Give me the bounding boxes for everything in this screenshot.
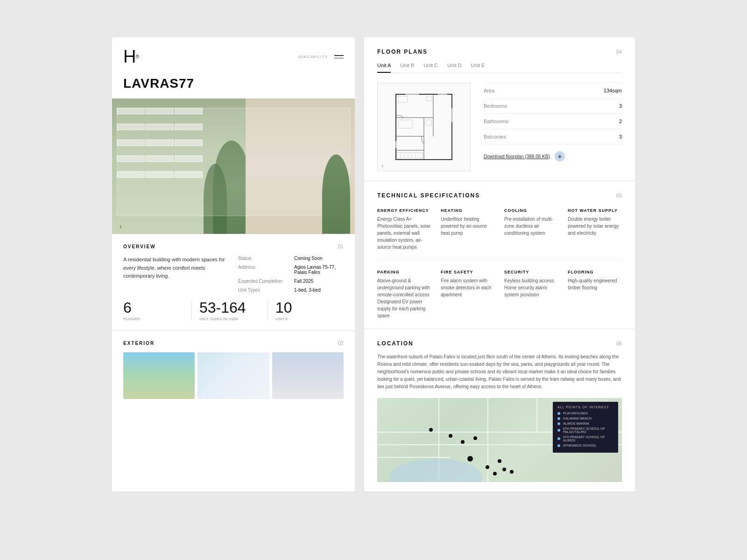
tab-unit-b[interactable]: Unit B	[400, 63, 414, 73]
map-pin-9	[510, 470, 514, 474]
poi-dot-6	[557, 444, 560, 447]
overview-header: OVERVIEW 01	[123, 244, 344, 249]
stat-floors: 6 Floors	[123, 300, 192, 321]
map-container: ALL POINTS OF INTEREST PLAYGROUNDS KALAM…	[377, 398, 622, 482]
exterior-header: EXTERIOR 02	[123, 340, 344, 346]
map-pin-5	[498, 459, 501, 463]
location-title: LOCATION	[377, 340, 414, 347]
poi-dot-5	[557, 437, 560, 440]
exterior-thumb-3	[272, 352, 344, 399]
map-pin-1	[429, 428, 433, 432]
location-number: 06	[616, 341, 622, 346]
tech-flooring: FLOORING High-quality engineered timber …	[568, 270, 622, 319]
overview-description: A residential building with modern space…	[123, 256, 229, 293]
tab-unit-d[interactable]: Unit D	[447, 63, 462, 73]
location-header: LOCATION 06	[377, 340, 622, 347]
building-right	[246, 98, 355, 234]
poi-item-6: ATHENAIOS SCHOOL	[557, 444, 613, 447]
overview-number: 01	[338, 244, 344, 249]
detail-unit-types: Unit Types 1-bed, 3-bed	[238, 287, 344, 293]
left-panel: H® AVAILABILITY LAVRAS77	[112, 37, 355, 491]
svg-rect-12	[398, 120, 412, 128]
map-pin-4	[473, 436, 477, 440]
tech-section: TECHNICAL SPECIFICATIONS 05 ENERGY EFFIC…	[364, 181, 635, 329]
fp-detail-balconies: Balconies 3	[484, 129, 622, 145]
overview-details: Status Coming Soon Address Agios Lavras …	[238, 256, 344, 293]
map-road-v3	[536, 398, 537, 432]
fp-plan-image: 1	[377, 83, 471, 171]
building-facade	[117, 108, 350, 216]
tab-unit-e[interactable]: Unit E	[471, 63, 485, 73]
map-pin-7	[502, 468, 506, 471]
fp-download-button[interactable]	[555, 151, 565, 161]
poi-item-4: 6TH PRIMARY SCHOOL OF PALAO FALIRO	[557, 427, 613, 434]
fp-header: FLOOR PLANS 04	[377, 49, 622, 55]
poi-item-1: PLAYGROUNDS	[557, 412, 613, 415]
exterior-title: EXTERIOR	[123, 341, 155, 346]
svg-rect-11	[426, 96, 432, 101]
stat-units: 10 Units	[268, 300, 344, 321]
tech-fire: FIRE SAFETY Fire alarm system with smoke…	[441, 270, 495, 319]
availability-label: AVAILABILITY	[298, 55, 328, 59]
location-description: The waterfront suburb of Palaio Faliro i…	[377, 353, 622, 391]
page-wrapper: H® AVAILABILITY LAVRAS77	[112, 37, 635, 491]
detail-completion: Expected Completion Fall 2025	[238, 279, 344, 284]
logo: H®	[123, 47, 139, 67]
svg-rect-13	[426, 120, 431, 126]
exterior-thumb-2	[197, 352, 269, 399]
map-pin-main	[467, 456, 473, 462]
exterior-images	[123, 352, 344, 399]
floor-plan-svg	[387, 90, 461, 164]
tab-unit-a[interactable]: Unit A	[377, 63, 391, 73]
overview-title: OVERVIEW	[123, 244, 156, 249]
project-title: LAVRAS77	[112, 71, 355, 98]
fp-title: FLOOR PLANS	[377, 49, 428, 55]
left-header: H® AVAILABILITY	[112, 37, 355, 71]
tech-energy: ENERGY EFFICIENCY Energy Class A+Photovo…	[377, 208, 431, 251]
poi-item-2: KALAMAKI BEACH	[557, 417, 613, 420]
overview-content: A residential building with modern space…	[123, 256, 344, 293]
fp-download-link[interactable]: Download floorplan (388.06 KB)	[484, 154, 550, 159]
hamburger-menu[interactable]	[334, 55, 344, 58]
map-pin-2	[449, 434, 452, 438]
poi-dot-3	[557, 422, 560, 425]
tech-hot-water: HOT WATER SUPPLY Double energy boiler po…	[568, 208, 622, 251]
fp-details: Area 134sqm Bedrooms 3 Bathrooms 2 Balco…	[484, 83, 622, 171]
tech-grid-row2: PARKING Above-ground & underground parki…	[377, 260, 622, 319]
tech-parking: PARKING Above-ground & underground parki…	[377, 270, 431, 319]
tech-title: TECHNICAL SPECIFICATIONS	[377, 192, 480, 199]
detail-address: Address Agios Lavras 75-77, Palaio Falir…	[238, 265, 344, 275]
fp-number: 04	[616, 49, 622, 55]
fp-detail-area: Area 134sqm	[484, 83, 622, 98]
tech-security: SECURITY Keyless building accessHome sec…	[504, 270, 558, 319]
floor-plans-section: FLOOR PLANS 04 Unit A Unit B Unit C Unit…	[364, 37, 635, 181]
tab-unit-c[interactable]: Unit C	[423, 63, 438, 73]
poi-dot-2	[557, 417, 560, 420]
tech-number: 05	[616, 193, 622, 198]
poi-panel: ALL POINTS OF INTEREST PLAYGROUNDS KALAM…	[553, 402, 618, 453]
location-section: LOCATION 06 The waterfront suburb of Pal…	[364, 329, 635, 491]
building-sim	[112, 98, 355, 234]
stats-row: 6 Floors 53-164 Unit Sizes in SQM 10 Uni…	[123, 293, 344, 321]
detail-status: Status Coming Soon	[238, 256, 344, 261]
map-pin-6	[486, 465, 489, 469]
header-right: AVAILABILITY	[298, 55, 344, 59]
logo-h: H	[123, 47, 134, 67]
hero-image: 1	[112, 98, 355, 234]
poi-dot-4	[557, 429, 560, 432]
fp-detail-bathrooms: Bathrooms 2	[484, 114, 622, 129]
map-pin-8	[493, 472, 497, 476]
unit-tabs: Unit A Unit B Unit C Unit D Unit E	[377, 63, 622, 73]
poi-item-5: 4TH PRIMARY SCHOOL OF ALIMOS	[557, 435, 613, 442]
tech-cooling: COOLING Pre-installation of multi-zone d…	[504, 208, 558, 251]
fp-image-counter: 1	[381, 164, 383, 168]
tech-grid-row1: ENERGY EFFICIENCY Energy Class A+Photovo…	[377, 208, 622, 251]
exterior-thumb-1	[123, 352, 195, 399]
exterior-number: 02	[338, 340, 344, 346]
image-counter: 1	[120, 224, 122, 229]
fp-download: Download floorplan (388.06 KB)	[484, 151, 622, 161]
logo-reg: ®	[135, 54, 138, 59]
exterior-section: EXTERIOR 02	[112, 330, 355, 408]
tech-header: TECHNICAL SPECIFICATIONS 05	[377, 192, 622, 199]
map-road-v2	[487, 398, 488, 482]
